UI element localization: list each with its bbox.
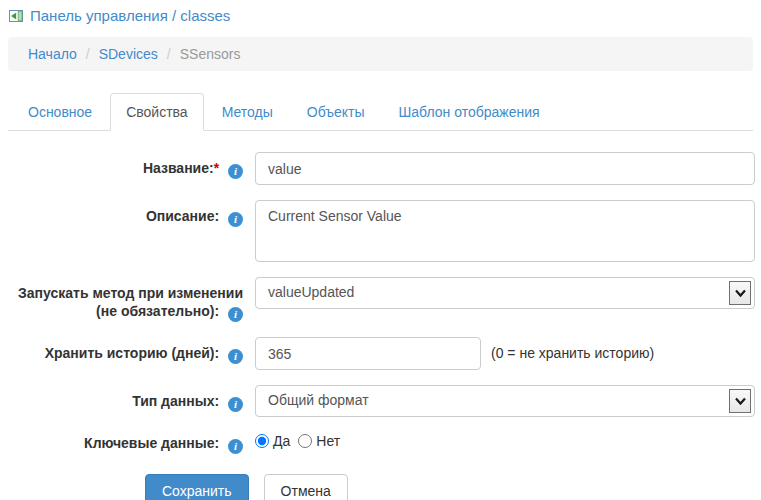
form-row-keydata: Ключевые данные: i Да Нет <box>0 432 761 454</box>
breadcrumb-item-home[interactable]: Начало <box>28 46 77 62</box>
tab-objects[interactable]: Объекты <box>291 93 381 131</box>
info-icon[interactable]: i <box>228 439 243 454</box>
tab-bar: Основное Свойства Методы Объекты Шаблон … <box>8 93 753 131</box>
app-header: Панель управления / classes <box>0 0 761 24</box>
name-label: Название:* i <box>0 152 243 185</box>
property-form: Название:* i Описание: i Current Sensor … <box>0 152 761 500</box>
form-row-history: Хранить историю (дней): i (0 = не хранит… <box>0 337 761 370</box>
form-row-datatype: Тип данных: i Общий формат <box>0 385 761 417</box>
breadcrumb-separator: / <box>158 46 180 62</box>
keydata-label: Ключевые данные: i <box>0 432 243 454</box>
history-label: Хранить историю (дней): i <box>0 337 243 370</box>
info-icon[interactable]: i <box>228 164 243 179</box>
breadcrumb: Начало / SDevices / SSensors <box>8 37 753 71</box>
name-input[interactable] <box>255 152 755 185</box>
panel-window-icon <box>8 8 24 24</box>
keydata-radio-group: Да Нет <box>255 432 348 449</box>
breadcrumb-separator: / <box>77 46 99 62</box>
form-buttons: Сохранить Отмена <box>145 474 761 500</box>
datatype-select[interactable]: Общий формат <box>255 385 755 417</box>
info-icon[interactable]: i <box>228 212 243 227</box>
form-row-description: Описание: i Current Sensor Value <box>0 200 761 262</box>
tab-main[interactable]: Основное <box>12 93 108 131</box>
method-select[interactable]: valueUpdated <box>255 277 755 309</box>
tab-properties[interactable]: Свойства <box>110 93 203 131</box>
breadcrumb-item-ssensors: SSensors <box>180 46 241 62</box>
keydata-no-label[interactable]: Нет <box>316 433 340 449</box>
chevron-down-icon <box>729 281 751 305</box>
history-note: (0 = не хранить историю) <box>491 337 654 370</box>
cancel-button[interactable]: Отмена <box>264 474 348 500</box>
breadcrumb-item-sdevices[interactable]: SDevices <box>99 46 158 62</box>
info-icon[interactable]: i <box>228 307 243 322</box>
required-asterisk: * <box>214 160 219 176</box>
panel-title-link[interactable]: Панель управления / classes <box>30 7 230 24</box>
history-days-input[interactable] <box>255 337 481 370</box>
datatype-label: Тип данных: i <box>0 385 243 417</box>
method-label: Запускать метод при изменении (не обязат… <box>0 277 243 322</box>
keydata-yes-label[interactable]: Да <box>273 433 290 449</box>
keydata-radio-no[interactable] <box>298 434 312 448</box>
description-label: Описание: i <box>0 200 243 262</box>
description-textarea[interactable]: Current Sensor Value <box>255 200 755 262</box>
form-row-name: Название:* i <box>0 152 761 185</box>
keydata-radio-yes[interactable] <box>255 434 269 448</box>
tab-display-template[interactable]: Шаблон отображения <box>383 93 556 131</box>
tab-methods[interactable]: Методы <box>206 93 289 131</box>
save-button[interactable]: Сохранить <box>145 474 249 500</box>
chevron-down-icon <box>729 389 751 413</box>
info-icon[interactable]: i <box>228 349 243 364</box>
form-row-method: Запускать метод при изменении (не обязат… <box>0 277 761 322</box>
info-icon[interactable]: i <box>228 397 243 412</box>
